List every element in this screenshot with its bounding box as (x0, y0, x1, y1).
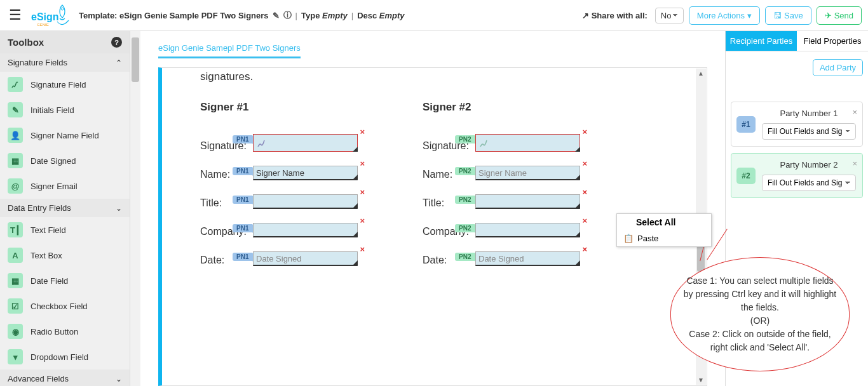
calendar-icon: ▦ (8, 153, 23, 168)
at-icon: @ (8, 178, 23, 194)
party-tag-pn1: PN1 (233, 196, 252, 204)
name-field-pn2[interactable]: Signer Name (475, 166, 580, 180)
resize-handle[interactable] (353, 147, 358, 152)
party-badge-1: #1 (736, 116, 756, 133)
pencil-icon[interactable]: ✎ (273, 11, 280, 20)
doc-intro: signatures. (200, 68, 668, 101)
party-title-1: Party Number 1 (762, 109, 856, 118)
delete-field-icon[interactable]: × (360, 244, 365, 254)
party-badge-2: #2 (736, 168, 756, 184)
doc-tabs: eSign Genie Samepl PDF Two Signers (140, 31, 725, 58)
resize-handle[interactable] (575, 232, 580, 237)
share-select[interactable]: No (655, 8, 684, 23)
context-paste[interactable]: 📋 Paste (617, 230, 711, 246)
tab-field-properties[interactable]: Field Properties (797, 31, 868, 51)
field-row-title: Title: PN1 × (200, 194, 423, 209)
party-card-1[interactable]: × #1 Party Number 1 Fill Out Fields and … (731, 102, 863, 147)
signature-icon (8, 77, 23, 92)
company-field-pn1[interactable] (253, 223, 358, 237)
resize-handle[interactable] (353, 175, 358, 180)
doc-tab-active[interactable]: eSign Genie Samepl PDF Two Signers (158, 39, 301, 58)
title-field-pn1[interactable] (253, 194, 358, 209)
callout-line1: Case 1: You can select multiple fields b… (682, 274, 837, 314)
send-button[interactable]: ✈ Send (817, 6, 862, 25)
section-signature-fields[interactable]: Signature Fields ⌃ (0, 53, 130, 72)
add-party-button[interactable]: Add Party (813, 59, 863, 76)
close-icon[interactable]: × (852, 159, 857, 168)
help-icon[interactable]: ? (111, 37, 122, 48)
resize-handle[interactable] (353, 232, 358, 237)
delete-field-icon[interactable]: × (582, 159, 587, 168)
party-card-2[interactable]: × #2 Party Number 2 Fill Out Fields and … (731, 153, 863, 198)
party-role-select-1[interactable]: Fill Out Fields and Sig (762, 123, 856, 140)
chevron-down-icon: ⌄ (116, 204, 122, 213)
resize-handle[interactable] (575, 147, 580, 152)
more-actions-button[interactable]: More Actions ▾ (689, 6, 760, 25)
scroll-up-icon[interactable]: ▲ (698, 70, 704, 77)
save-button[interactable]: 🖫 Save (765, 6, 811, 25)
delete-field-icon[interactable]: × (360, 187, 365, 197)
scrollbar-thumb[interactable] (132, 37, 139, 82)
title-field-pn2[interactable] (475, 194, 580, 209)
toolbox-scrollbar[interactable] (130, 31, 140, 386)
name-field-pn1[interactable]: Signer Name (253, 166, 358, 180)
tool-checkbox-field[interactable]: ☑ Checkbox Field (0, 293, 130, 319)
tool-dropdown-field[interactable]: ▾ Dropdown Field (0, 344, 130, 369)
radio-icon: ◉ (8, 324, 23, 339)
resize-handle[interactable] (353, 260, 358, 265)
section-data-entry-fields[interactable]: Data Entry Fields ⌄ (0, 199, 130, 217)
send-icon: ✈ (825, 11, 832, 20)
text-cursor-icon: T┃ (8, 222, 23, 237)
tool-text-box[interactable]: A Text Box (0, 243, 130, 268)
resize-handle[interactable] (575, 203, 580, 208)
resize-handle[interactable] (575, 260, 580, 265)
delete-field-icon[interactable]: × (582, 127, 587, 136)
tool-signer-email[interactable]: @ Signer Email (0, 173, 130, 199)
tool-text-field[interactable]: T┃ Text Field (0, 217, 130, 243)
delete-field-icon[interactable]: × (582, 187, 587, 197)
party-tag-pn2: PN2 (455, 196, 475, 204)
company-field-pn2[interactable] (475, 223, 580, 237)
context-select-all[interactable]: Select All (617, 214, 711, 230)
resize-handle[interactable] (575, 175, 580, 180)
delete-field-icon[interactable]: × (582, 244, 587, 254)
delete-field-icon[interactable]: × (582, 216, 587, 225)
delete-field-icon[interactable]: × (360, 159, 365, 168)
toolbox-header: Toolbox ? (0, 31, 130, 53)
section-advanced-fields[interactable]: Advanced Fields ⌄ (0, 369, 130, 386)
field-row-company: Company: PN2 × (423, 223, 645, 237)
signature-icon (478, 136, 491, 149)
party-role-select-2[interactable]: Fill Out Fields and Sig (762, 175, 856, 191)
chevron-down-icon: ⌄ (116, 375, 122, 383)
share-icon: ↗ (582, 11, 589, 20)
toolbox-sidebar: Toolbox ? Signature Fields ⌃ Signature F… (0, 31, 130, 386)
party-tag-pn1: PN1 (233, 253, 252, 261)
tool-initials-field[interactable]: ✎ Initials Field (0, 97, 130, 123)
help-icon[interactable]: ⓘ (283, 10, 292, 21)
logo[interactable]: eSign GENIE (29, 3, 74, 28)
resize-handle[interactable] (353, 203, 358, 208)
delete-field-icon[interactable]: × (360, 127, 365, 136)
hamburger-icon[interactable]: ☰ (6, 4, 24, 26)
tool-radio-button[interactable]: ◉ Radio Button (0, 319, 130, 344)
svg-point-2 (61, 8, 64, 10)
tool-date-field[interactable]: ▦ Date Field (0, 268, 130, 293)
tool-signature-field[interactable]: Signature Field (0, 72, 130, 97)
tab-recipient-parties[interactable]: Recipient Parties (726, 31, 797, 51)
signature-field-pn2[interactable] (475, 134, 580, 152)
tool-date-signed[interactable]: ▦ Date Signed (0, 148, 130, 173)
font-icon: A (8, 248, 23, 263)
party-tag-pn1: PN1 (233, 135, 252, 143)
scroll-down-icon[interactable]: ▼ (698, 376, 704, 383)
tool-signer-name-field[interactable]: 👤 Signer Name Field (0, 123, 130, 148)
field-row-date: Date: PN1 Date Signed × (200, 251, 423, 266)
signature-field-pn1[interactable] (253, 134, 358, 152)
date-field-pn2[interactable]: Date Signed (475, 251, 580, 266)
person-icon: 👤 (8, 128, 23, 143)
callout-line2: Case 2: Click on outside of the field, r… (682, 328, 837, 354)
date-field-pn1[interactable]: Date Signed (253, 251, 358, 266)
desc-label: Desc Empty (357, 11, 404, 20)
delete-field-icon[interactable]: × (360, 216, 365, 225)
signer1-heading: Signer #1 (200, 101, 423, 114)
close-icon[interactable]: × (852, 107, 857, 117)
